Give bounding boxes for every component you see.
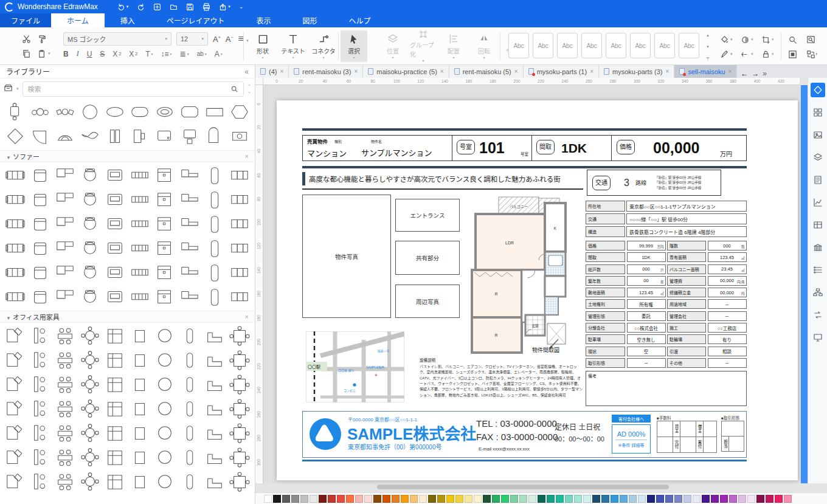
- detail-row-pair-3[interactable]: 築年数00年管理費00,000円/月: [586, 276, 747, 286]
- style-preset-4[interactable]: Abc: [606, 33, 626, 58]
- copy-button[interactable]: [22, 46, 38, 61]
- pen-button[interactable]: ▾: [720, 47, 741, 61]
- photo-box-entrance[interactable]: エントランス: [395, 199, 460, 232]
- library-shape[interactable]: [127, 348, 152, 373]
- menu-tab-0[interactable]: ファイル: [0, 13, 51, 27]
- library-shape[interactable]: [77, 100, 102, 125]
- doc-tab-5[interactable]: mysoku-parts (3)×: [599, 65, 674, 78]
- library-shape[interactable]: [177, 446, 202, 470]
- undo-button[interactable]: ▾: [117, 3, 129, 11]
- library-shape[interactable]: [27, 188, 52, 212]
- color-swatch-4[interactable]: [300, 495, 308, 503]
- outline-icon[interactable]: [811, 263, 825, 277]
- library-shape[interactable]: [2, 125, 27, 149]
- library-shape[interactable]: [27, 324, 52, 348]
- library-shape[interactable]: [127, 470, 152, 494]
- layers-icon[interactable]: [811, 150, 825, 165]
- color-swatch-29[interactable]: [528, 495, 536, 503]
- table-icon[interactable]: [811, 218, 825, 232]
- close-tab-icon[interactable]: ×: [514, 68, 518, 75]
- detail-row-pair-8[interactable]: 駐車場空き無し駐輪場有り: [586, 334, 747, 344]
- color-swatch-14[interactable]: [392, 495, 400, 503]
- library-shape[interactable]: [202, 188, 227, 212]
- color-swatch-38[interactable]: [611, 495, 618, 503]
- picture-icon[interactable]: [811, 128, 825, 142]
- bold-button[interactable]: B: [63, 50, 69, 58]
- color-swatch-32[interactable]: [556, 495, 564, 503]
- color-swatch-53[interactable]: [747, 495, 755, 503]
- library-shape[interactable]: [27, 125, 52, 149]
- library-shape[interactable]: [177, 261, 202, 285]
- color-swatch-50[interactable]: [720, 495, 728, 503]
- library-shape[interactable]: [127, 261, 152, 285]
- menu-tab-5[interactable]: 図形: [286, 13, 333, 27]
- library-shape[interactable]: [2, 188, 27, 212]
- tool-select-button[interactable]: 選択▾: [341, 30, 367, 62]
- library-shape[interactable]: [102, 261, 127, 285]
- line-spacing-button[interactable]: ↕≡▾: [161, 50, 172, 58]
- close-tab-icon[interactable]: ×: [590, 68, 593, 75]
- library-shape[interactable]: [77, 397, 102, 421]
- new-document-button[interactable]: [153, 3, 161, 11]
- library-shape[interactable]: [52, 236, 77, 261]
- doc-tab-3[interactable]: rent-maisoku (5)×: [449, 65, 524, 78]
- library-shape[interactable]: [102, 397, 127, 421]
- details-table[interactable]: 所在地東京都○○区○○1-1-1サンプルマンション交通○○○○線「○○」駅 徒歩…: [586, 201, 747, 370]
- library-shape[interactable]: [102, 348, 127, 373]
- color-swatch-48[interactable]: [702, 495, 710, 503]
- collapse-ribbon-button[interactable]: ⌄: [239, 4, 244, 10]
- color-swatch-40[interactable]: [629, 495, 637, 503]
- color-swatch-52[interactable]: [738, 495, 746, 503]
- library-shape[interactable]: [202, 212, 227, 236]
- library-shape[interactable]: [152, 188, 177, 212]
- color-swatch-34[interactable]: [574, 495, 582, 503]
- library-shape[interactable]: [152, 164, 177, 188]
- library-shape[interactable]: [77, 236, 102, 261]
- color-swatch-36[interactable]: [592, 495, 600, 503]
- library-shape[interactable]: [127, 397, 152, 421]
- library-shape[interactable]: [27, 261, 52, 285]
- library-shape[interactable]: [52, 188, 77, 212]
- library-shape[interactable]: [27, 100, 52, 125]
- color-swatch-0[interactable]: [264, 495, 272, 503]
- library-shape[interactable]: [177, 164, 202, 188]
- library-shape[interactable]: [177, 397, 202, 421]
- tool-connector-button[interactable]: コネクタ▾: [310, 30, 337, 62]
- library-collapse-button[interactable]: «: [244, 67, 249, 76]
- superscript-button[interactable]: X2: [112, 50, 121, 58]
- text-style-button[interactable]: A▾: [215, 50, 223, 58]
- color-swatch-13[interactable]: [382, 495, 390, 503]
- library-shape[interactable]: [152, 446, 177, 470]
- color-swatch-9[interactable]: [346, 495, 354, 503]
- library-shape[interactable]: [102, 324, 127, 348]
- menu-tab-2[interactable]: 挿入: [105, 13, 151, 27]
- library-shape[interactable]: [227, 421, 252, 446]
- increase-font-button[interactable]: A+: [213, 35, 221, 44]
- tab-scroll-right[interactable]: →: [752, 69, 759, 78]
- library-shape[interactable]: [77, 164, 102, 188]
- detail-row-full-0[interactable]: 所在地東京都○○区○○1-1-1サンプルマンション: [586, 201, 747, 212]
- library-shape[interactable]: [202, 324, 227, 348]
- color-swatch-1[interactable]: [273, 495, 281, 503]
- color-swatch-49[interactable]: [711, 495, 719, 503]
- tool-align2-button[interactable]: 配置▾: [440, 30, 467, 62]
- org-chart-icon[interactable]: [811, 285, 825, 300]
- library-shape[interactable]: [202, 373, 227, 397]
- library-shape[interactable]: [177, 100, 202, 125]
- doc-tab-1[interactable]: rent-maisoku (3)×: [289, 65, 363, 78]
- chart-icon[interactable]: [811, 195, 825, 210]
- library-shape[interactable]: [77, 348, 102, 373]
- library-shape[interactable]: [227, 285, 252, 309]
- flyer-header-table[interactable]: 売買物件 種別 マンション 物件名 サンプルマンション 号室 101 号室 間取…: [302, 135, 747, 161]
- library-shape[interactable]: [2, 324, 27, 348]
- style-preset-1[interactable]: Abc: [533, 33, 553, 58]
- detail-row-pair-4[interactable]: 敷地面積123.45㎡修繕積立金00,000円: [586, 288, 747, 297]
- library-shape[interactable]: [202, 164, 227, 188]
- cut-button[interactable]: [22, 32, 38, 46]
- flyer-page[interactable]: 売買物件 種別 マンション 物件名 サンプルマンション 号室 101 号室 間取…: [277, 100, 798, 480]
- color-swatch-6[interactable]: [319, 495, 327, 503]
- color-swatch-43[interactable]: [656, 495, 664, 503]
- library-shape[interactable]: [127, 236, 152, 261]
- detail-row-full-1[interactable]: 交通○○○○線「○○」駅 徒歩00分: [586, 213, 747, 224]
- library-shape[interactable]: [227, 324, 252, 348]
